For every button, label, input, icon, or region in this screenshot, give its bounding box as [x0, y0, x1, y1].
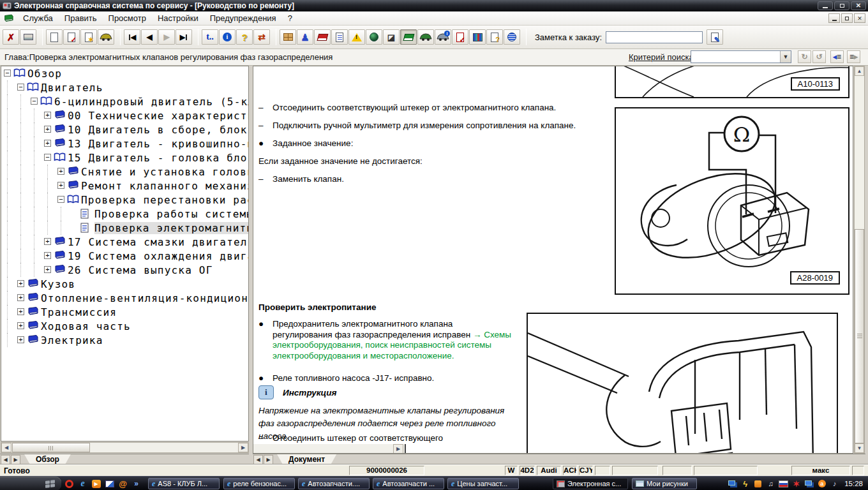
expand-toggle-icon[interactable]: +	[44, 126, 51, 133]
tree-item[interactable]: +10 Двигатель в сборе, блок ци	[1, 122, 248, 137]
minimize-button[interactable]	[818, 1, 833, 10]
checklist-icon[interactable]: ✓	[452, 29, 468, 45]
scroll-up-icon[interactable]: ▲	[855, 66, 864, 76]
history-icon[interactable]: t..	[202, 29, 218, 45]
search-prev-icon[interactable]: ↻	[798, 50, 811, 63]
expand-toggle-icon[interactable]: +	[17, 294, 24, 301]
last-icon[interactable]: ▶	[176, 29, 192, 45]
collapse-toggle-icon[interactable]: −	[57, 196, 64, 203]
list-back-icon[interactable]: ◂≡	[830, 50, 844, 63]
print-icon[interactable]	[20, 29, 36, 45]
tree-item-label[interactable]: Проверка перестановки распр	[81, 194, 249, 206]
list-icon[interactable]	[331, 29, 348, 45]
network2-icon[interactable]	[804, 479, 814, 489]
tree-item[interactable]: +Ходовая часть	[1, 319, 248, 333]
forward-icon[interactable]: ▶	[158, 29, 175, 45]
quicklaunch-more-icon[interactable]: »	[131, 479, 142, 489]
media-player-icon[interactable]: ▶	[91, 479, 101, 489]
menu-item-5[interactable]: ?	[282, 12, 298, 24]
tree-item[interactable]: +13 Двигатель - кривошипно-шат	[1, 137, 248, 151]
tree-item-label[interactable]: 10 Двигатель в сборе, блок ци	[68, 124, 249, 136]
tree-item-label[interactable]: Проверка электромагнитных	[94, 222, 249, 234]
tree-item-label[interactable]: 26 Система выпуска ОГ	[68, 264, 213, 276]
pictures-icon[interactable]	[104, 479, 115, 489]
taskbar-task[interactable]: eАвтозапчасти ...	[373, 478, 444, 489]
tree-item[interactable]: +Ремонт клапанного механизма	[1, 179, 248, 193]
send-note-icon[interactable]: ✎	[707, 29, 723, 45]
tree-item-label[interactable]: Ходовая часть	[41, 320, 131, 332]
tree-item-label[interactable]: Трансмиссия	[41, 306, 117, 318]
tree-item-label[interactable]: Электрика	[41, 334, 103, 346]
menu-item-0[interactable]: Служба	[17, 12, 59, 24]
search-criteria-combobox[interactable]: ▼	[691, 50, 791, 63]
tree-item[interactable]: −Проверка перестановки распр	[1, 193, 248, 207]
combo-dropdown-icon[interactable]: ▼	[780, 51, 791, 63]
tab-scroll-right-icon[interactable]: ▶	[11, 455, 20, 464]
sync-icon[interactable]: ⇄	[253, 29, 270, 45]
network-icon[interactable]	[728, 479, 737, 489]
collapse-toggle-icon[interactable]: −	[44, 154, 51, 161]
tab-scroll-left-icon[interactable]: ◀	[1, 455, 10, 464]
tree-item[interactable]: +Трансмиссия	[1, 305, 248, 319]
menu-item-4[interactable]: Предупреждения	[204, 12, 282, 24]
tab-document[interactable]: Документ	[277, 454, 336, 464]
tree-item[interactable]: +26 Система выпуска ОГ	[1, 263, 248, 277]
doc-question-icon[interactable]: ?	[486, 29, 503, 45]
taskbar-task[interactable]: eреле бензонас...	[223, 478, 295, 489]
document-vertical-scrollbar[interactable]: ▲ ▼	[854, 66, 865, 454]
vehicle-icon[interactable]	[98, 29, 114, 45]
tree-item-label[interactable]: Двигатель	[41, 82, 103, 94]
close-button[interactable]: ✕	[851, 1, 866, 10]
scroll-right-icon[interactable]: ▶	[393, 444, 403, 454]
agent-icon[interactable]: a	[817, 479, 827, 489]
exit-icon[interactable]: ✗	[3, 29, 19, 45]
order-note-input[interactable]	[606, 31, 703, 43]
red-book-icon[interactable]	[314, 29, 331, 45]
warning-icon[interactable]: !	[348, 29, 365, 45]
tree-item[interactable]: +Снятие и установка головки	[1, 165, 248, 179]
tree-item-label[interactable]: Отопление-вентиляция-кондиционир	[41, 292, 249, 304]
expand-toggle-icon[interactable]: +	[44, 140, 51, 147]
taskbar-task[interactable]: Мои рисунки	[632, 478, 697, 489]
tree-item-label[interactable]: Обзор	[27, 68, 62, 80]
expand-toggle-icon[interactable]: +	[57, 182, 64, 189]
scroll-right-icon[interactable]: ▶	[238, 443, 248, 452]
list-forward-icon[interactable]: ≡▸	[847, 50, 860, 63]
taskbar-task[interactable]: eЦены запчаст...	[447, 478, 519, 489]
expand-toggle-icon[interactable]: +	[17, 336, 24, 343]
expand-toggle-icon[interactable]: +	[44, 266, 51, 273]
first-icon[interactable]: ◀	[124, 29, 140, 45]
scrollbar-thumb[interactable]	[855, 229, 864, 443]
menu-item-1[interactable]: Править	[59, 12, 103, 24]
restore-button[interactable]	[834, 1, 849, 10]
tree-item-label[interactable]: 00 Технические характеристики	[68, 110, 249, 122]
tree-item[interactable]: +Кузов	[1, 277, 248, 291]
antivirus-icon[interactable]: ✶	[791, 479, 801, 489]
mdi-minimize-button[interactable]	[828, 13, 840, 23]
taskbar-task[interactable]: Электронная с...	[553, 478, 628, 489]
mailru-icon[interactable]: @	[117, 479, 128, 489]
bookshelf-icon[interactable]	[469, 29, 486, 45]
search-next-icon[interactable]: ↺	[812, 50, 826, 63]
new-document-icon[interactable]	[46, 29, 63, 45]
help-icon[interactable]: ?	[236, 29, 253, 45]
expand-toggle-icon[interactable]: +	[44, 252, 51, 259]
green-car-icon[interactable]	[417, 29, 434, 45]
globe-lines-icon[interactable]	[504, 29, 520, 45]
gauge-icon[interactable]: ◪	[383, 29, 400, 45]
tree-item-label[interactable]: 15 Двигатель - головка блока,	[68, 152, 249, 164]
tree-item-label[interactable]: 13 Двигатель - кривошипно-шат	[68, 138, 249, 150]
scrollbar-thumb[interactable]	[12, 443, 90, 452]
tree-item-label[interactable]: Ремонт клапанного механизма	[81, 180, 249, 192]
tree-item[interactable]: Проверка работы системы и	[1, 207, 248, 221]
tree-item-label[interactable]: Снятие и установка головки	[81, 166, 249, 178]
info-icon[interactable]: i	[219, 29, 236, 45]
volume-icon[interactable]: ♫	[766, 479, 775, 489]
tree-horizontal-scrollbar[interactable]: ◀ ▶	[1, 442, 249, 453]
start-button[interactable]	[0, 477, 61, 490]
expand-toggle-icon[interactable]: +	[17, 322, 24, 329]
tree-item[interactable]: +17 Система смазки двигателя	[1, 235, 248, 249]
tree-item-label[interactable]: Проверка работы системы и	[94, 208, 249, 220]
back-icon[interactable]: ◀	[141, 29, 158, 45]
tree-item[interactable]: −15 Двигатель - головка блока,	[1, 151, 248, 165]
